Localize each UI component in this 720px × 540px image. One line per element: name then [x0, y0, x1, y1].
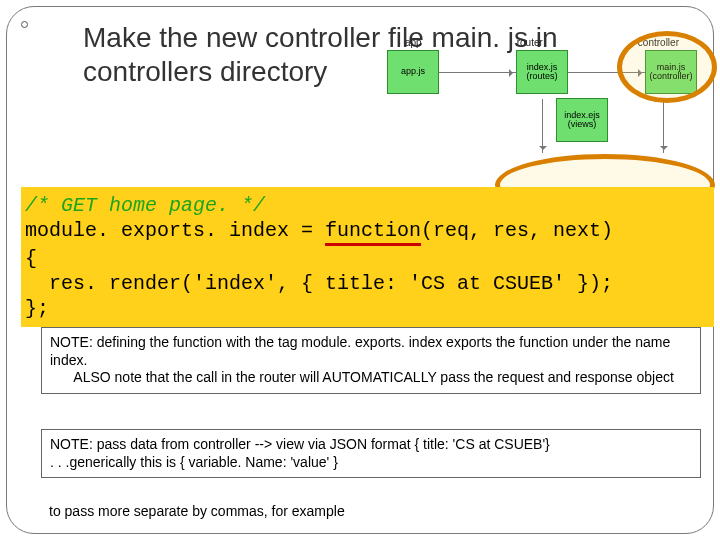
code-line-3: {: [25, 246, 710, 271]
code-line-4: res. render('index', { title: 'CS at CSU…: [25, 271, 710, 296]
function-keyword-underlined: function: [325, 218, 421, 246]
code-comment: /* GET home page. */: [25, 193, 710, 218]
code-text: (req, res, next): [421, 219, 613, 242]
code-block: /* GET home page. */ module. exports. in…: [21, 187, 714, 327]
box-view: index.ejs (views): [556, 98, 608, 142]
note-exports: NOTE: defining the function with the tag…: [41, 327, 701, 394]
highlight-controller: [617, 31, 717, 103]
arrow-icon: [439, 72, 516, 73]
arrow-down-icon: [663, 99, 664, 153]
code-line-2: module. exports. index = function(req, r…: [25, 218, 710, 246]
code-text: module. exports. index =: [25, 219, 325, 242]
label-router: router: [517, 37, 543, 48]
arrow-down-icon: [542, 99, 543, 153]
note-commas: to pass more separate by commas, for exa…: [41, 497, 701, 527]
code-line-5: };: [25, 296, 710, 321]
box-app: app.js: [387, 50, 439, 94]
slide-frame: Make the new controller file main. js in…: [6, 6, 714, 534]
corner-marker: [21, 21, 28, 28]
label-app: app: [405, 37, 422, 48]
box-router: index.js (routes): [516, 50, 568, 94]
mvc-diagram: app router controller app.js index.js (r…: [387, 37, 697, 202]
note-pass-data: NOTE: pass data from controller --> view…: [41, 429, 701, 478]
